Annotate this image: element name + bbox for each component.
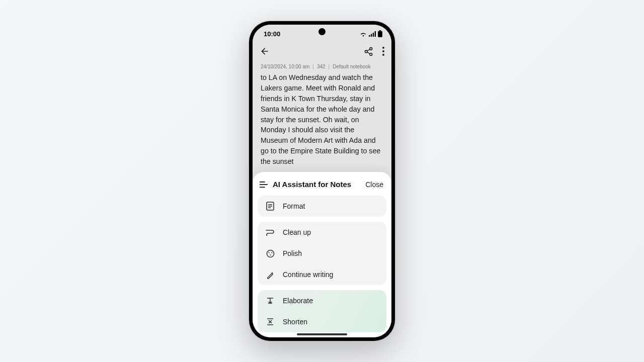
option-label: Polish — [283, 249, 302, 257]
polish-icon — [266, 249, 275, 258]
svg-point-26 — [271, 252, 272, 253]
svg-rect-3 — [375, 31, 376, 37]
elaborate-icon — [266, 296, 275, 305]
meta-date: 24/10/2024, 10:00 am — [261, 64, 309, 69]
svg-point-24 — [267, 250, 274, 257]
shorten-icon — [266, 317, 275, 326]
close-button[interactable]: Close — [365, 180, 383, 189]
status-time: 10:00 — [264, 30, 280, 38]
ai-assistant-sheet: AI Assistant for Notes Close Format — [253, 172, 391, 337]
svg-rect-4 — [379, 30, 381, 31]
status-bar: 10:00 — [253, 25, 391, 40]
option-label: Clean up — [283, 228, 311, 236]
option-elaborate[interactable]: Elaborate — [258, 290, 386, 311]
svg-point-12 — [382, 50, 384, 52]
signal-icon — [369, 31, 376, 37]
svg-point-13 — [382, 54, 384, 56]
sheet-header: AI Assistant for Notes Close — [253, 179, 391, 196]
option-group-format: Format — [258, 196, 386, 217]
camera-dot — [318, 28, 326, 35]
status-right — [360, 30, 382, 37]
ai-assistant-icon — [260, 181, 268, 188]
option-label: Shorten — [283, 318, 307, 326]
svg-rect-1 — [371, 34, 372, 36]
option-label: Continue writing — [283, 270, 333, 279]
screen: 10:00 — [253, 25, 391, 337]
more-button[interactable] — [382, 47, 384, 56]
wifi-icon — [360, 31, 367, 37]
app-bar — [253, 40, 391, 63]
svg-rect-0 — [369, 35, 370, 36]
option-polish[interactable]: Polish — [258, 243, 386, 264]
meta-notebook: Default notebook — [333, 64, 371, 69]
phone-frame: 10:00 — [249, 21, 395, 341]
option-group-length: Elaborate Shorten — [258, 290, 386, 332]
home-indicator[interactable] — [297, 333, 347, 335]
svg-point-7 — [365, 50, 367, 53]
back-button[interactable] — [260, 46, 270, 56]
option-group-edit: Clean up Polish Continue writing — [258, 222, 386, 285]
svg-rect-5 — [378, 31, 382, 37]
svg-line-9 — [367, 49, 370, 51]
option-cleanup[interactable]: Clean up — [258, 222, 386, 243]
svg-point-8 — [370, 53, 372, 55]
share-button[interactable] — [364, 47, 373, 56]
meta-count: 342 — [317, 64, 326, 69]
note-body[interactable]: to LA on Wednesday and watch the Lakers … — [253, 71, 391, 171]
svg-point-25 — [268, 252, 269, 253]
svg-point-27 — [270, 254, 271, 255]
option-format[interactable]: Format — [258, 196, 386, 217]
sheet-title: AI Assistant for Notes — [273, 180, 351, 189]
continue-writing-icon — [266, 270, 275, 279]
option-shorten[interactable]: Shorten — [258, 311, 386, 332]
option-label: Elaborate — [283, 297, 313, 305]
svg-line-10 — [367, 52, 370, 53]
svg-point-6 — [370, 47, 372, 50]
svg-rect-2 — [373, 33, 374, 37]
option-continue-writing[interactable]: Continue writing — [258, 264, 386, 285]
format-icon — [266, 202, 275, 211]
option-label: Format — [283, 202, 305, 210]
cleanup-icon — [266, 228, 275, 237]
note-meta: 24/10/2024, 10:00 am | 342 | Default not… — [253, 63, 391, 71]
battery-icon — [378, 30, 382, 37]
svg-point-11 — [382, 47, 384, 49]
